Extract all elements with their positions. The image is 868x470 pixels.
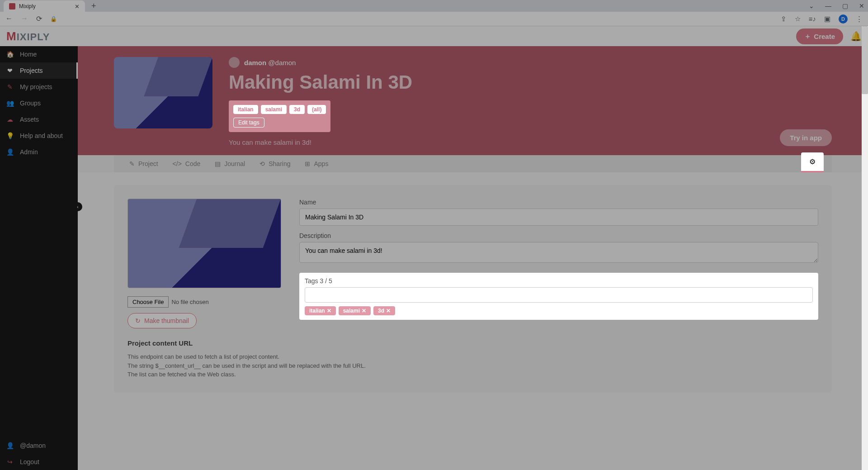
code-icon: </> <box>173 160 182 167</box>
settings-panel: Choose File No file chosen ↻ Make thumbn… <box>114 185 832 393</box>
admin-icon: 👤 <box>6 148 14 156</box>
content-url-heading: Project content URL <box>127 339 818 347</box>
browser-tab[interactable]: Mixiply ✕ <box>4 0 85 12</box>
window-minimize[interactable]: — <box>825 2 831 9</box>
kebab-menu-icon[interactable]: ⋮ <box>856 15 863 23</box>
star-icon[interactable]: ☆ <box>795 15 801 23</box>
journal-icon: ▤ <box>215 160 221 167</box>
forward-icon[interactable]: → <box>21 14 28 23</box>
thumbnail-preview <box>127 199 281 288</box>
tab-sharing[interactable]: ⟲Sharing <box>252 155 297 172</box>
project-hero: damon @damon Making Salami In 3D italian… <box>78 46 868 155</box>
plus-icon: ＋ <box>804 32 811 41</box>
description-label: Description <box>299 232 818 239</box>
lightbulb-icon: 💡 <box>6 132 14 139</box>
cloud-icon: ☁ <box>6 116 14 123</box>
choose-file-button[interactable]: Choose File <box>127 296 169 308</box>
content-url-text: The string $__content_url__ can be used … <box>127 361 818 370</box>
tab-code[interactable]: </>Code <box>165 155 208 172</box>
window-close[interactable]: ✕ <box>859 2 864 9</box>
edit-tags-button[interactable]: Edit tags <box>233 118 264 128</box>
app-logo[interactable]: MIXIPLY <box>6 29 50 43</box>
tab-settings[interactable]: ⚙ <box>801 152 824 172</box>
tab-title: Mixiply <box>19 3 71 9</box>
reload-icon[interactable]: ⟳ <box>36 14 42 23</box>
browser-toolbar: ← → ⟳ 🔒 ⇪ ☆ ≡♪ ▣ D ⋮ <box>0 12 868 26</box>
people-icon: 👥 <box>6 100 14 107</box>
sidebar-item-projects[interactable]: ❤Projects <box>0 62 78 79</box>
project-thumbnail <box>114 57 212 128</box>
sidebar-item-my-projects[interactable]: ✎My projects <box>0 79 78 95</box>
tags-count-label: Tags 3 / 5 <box>305 277 813 285</box>
tag-chip[interactable]: (all) <box>307 105 326 114</box>
make-thumbnail-button[interactable]: ↻ Make thumbnail <box>127 313 197 328</box>
name-label: Name <box>299 199 818 206</box>
content-url-text: This endpoint can be used to fetch a lis… <box>127 352 818 361</box>
favicon <box>9 3 15 9</box>
sidebar-item-logout[interactable]: ↪Logout <box>0 454 78 470</box>
tag-chip[interactable]: 3d <box>289 105 305 114</box>
window-maximize[interactable]: ▢ <box>842 2 848 9</box>
lock-icon: 🔒 <box>50 16 57 22</box>
panel-icon[interactable]: ▣ <box>824 15 830 23</box>
tags-input[interactable] <box>305 287 813 303</box>
app-header: MIXIPLY ＋ Create 🔔 <box>0 26 868 46</box>
tags-editor: Tags 3 / 5 italian ✕ salami ✕ 3d ✕ <box>299 273 818 320</box>
apps-icon: ⊞ <box>305 160 310 167</box>
file-status: No file chosen <box>171 299 208 305</box>
remove-tag-icon[interactable]: ✕ <box>362 308 366 314</box>
tab-close-icon[interactable]: ✕ <box>75 3 80 10</box>
pencil-icon: ✎ <box>129 160 135 167</box>
sidebar: 🏠Home ❤Projects ✎My projects 👥Groups ☁As… <box>0 46 78 470</box>
scrollbar[interactable] <box>862 26 868 470</box>
refresh-icon: ↻ <box>135 317 141 324</box>
sidebar-item-admin[interactable]: 👤Admin <box>0 144 78 160</box>
heart-icon: ❤ <box>6 67 14 74</box>
tag-chip: 3d ✕ <box>373 306 395 315</box>
sidebar-item-user[interactable]: 👤@damon <box>0 437 78 454</box>
notifications-icon[interactable]: 🔔 <box>850 31 862 42</box>
tab-project[interactable]: ✎Project <box>122 155 165 172</box>
chevron-down-icon[interactable]: ⌄ <box>809 2 814 9</box>
tag-chip: italian ✕ <box>305 306 336 315</box>
sidebar-item-groups[interactable]: 👥Groups <box>0 95 78 111</box>
share-icon[interactable]: ⇪ <box>781 15 787 23</box>
project-tabs: ✎Project </>Code ▤Journal ⟲Sharing ⊞Apps… <box>78 155 868 172</box>
project-description: You can make salami in 3d! <box>229 138 832 146</box>
sidebar-item-help[interactable]: 💡Help and about <box>0 128 78 144</box>
pencil-icon: ✎ <box>6 83 14 90</box>
sidebar-collapse-button[interactable]: ‹ <box>73 202 82 211</box>
sidebar-item-assets[interactable]: ☁Assets <box>0 111 78 128</box>
tag-chip[interactable]: italian <box>233 105 258 114</box>
tab-apps[interactable]: ⊞Apps <box>297 155 335 172</box>
try-in-app-button[interactable]: Try in app <box>780 129 832 146</box>
description-input[interactable]: You can make salami in 3d! <box>299 242 818 263</box>
content-url-text: The list can be fetched via the Web clas… <box>127 370 818 379</box>
remove-tag-icon[interactable]: ✕ <box>386 308 391 314</box>
browser-tab-bar: Mixiply ✕ + ⌄ — ▢ ✕ <box>0 0 868 12</box>
browser-profile-avatar[interactable]: D <box>839 14 848 24</box>
home-icon: 🏠 <box>6 51 14 58</box>
tag-chip: salami ✕ <box>339 306 371 315</box>
project-author[interactable]: damon @damon <box>229 57 832 68</box>
logout-icon: ↪ <box>6 458 14 465</box>
new-tab-button[interactable]: + <box>91 1 96 11</box>
main-content: damon @damon Making Salami In 3D italian… <box>78 46 868 470</box>
sidebar-item-home[interactable]: 🏠Home <box>0 46 78 62</box>
user-icon: 👤 <box>6 442 14 449</box>
share-icon: ⟲ <box>259 160 265 167</box>
avatar <box>229 57 240 68</box>
project-title: Making Salami In 3D <box>229 71 832 93</box>
create-button[interactable]: ＋ Create <box>796 28 843 44</box>
playlist-icon[interactable]: ≡♪ <box>809 15 816 23</box>
tags-panel: italian salami 3d (all) Edit tags <box>229 100 330 132</box>
tag-chip[interactable]: salami <box>261 105 287 114</box>
back-icon[interactable]: ← <box>5 14 13 23</box>
remove-tag-icon[interactable]: ✕ <box>327 308 331 314</box>
tab-journal[interactable]: ▤Journal <box>208 155 252 172</box>
name-input[interactable] <box>299 209 818 226</box>
gear-icon: ⚙ <box>809 157 816 166</box>
